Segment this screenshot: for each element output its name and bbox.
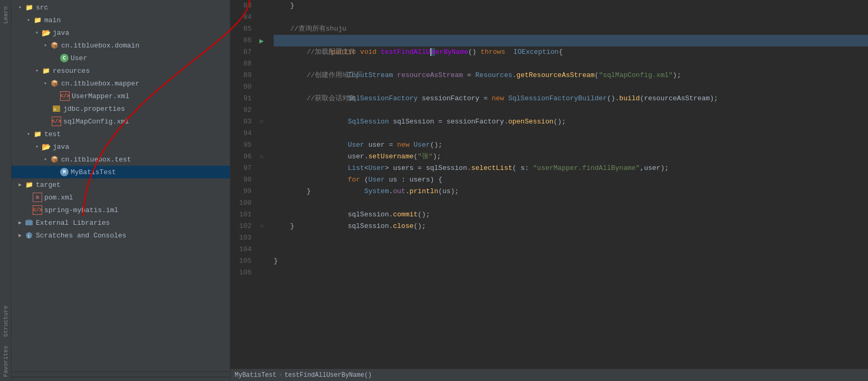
folder-icon-resources: 📁 xyxy=(41,66,51,75)
tree-item-src[interactable]: ▾ 📁 src xyxy=(12,1,230,14)
tree-item-iml[interactable]: </> spring-mybatis.iml xyxy=(12,204,230,216)
tree-item-resources[interactable]: ▾ 📁 resources xyxy=(12,64,230,77)
ln-83: 83 xyxy=(230,0,252,12)
mybatis-icon-mybatistest: M xyxy=(60,168,69,176)
svg-rect-2 xyxy=(25,221,33,225)
structure-label[interactable]: Structure xyxy=(2,301,10,341)
line-numbers: 83 84 85 86 87 88 89 90 91 92 93 94 95 9… xyxy=(230,0,257,368)
tree-item-mapper[interactable]: ▾ 📦 cn.itbluebox.mapper xyxy=(12,77,230,90)
properties-icon-jdbc: p xyxy=(52,104,61,113)
tree-item-domain[interactable]: ▾ 📦 cn.itbluebox.domain xyxy=(12,39,230,52)
label-java: java xyxy=(53,29,69,37)
tree-item-test-pkg[interactable]: ▾ 📦 cn.itbluebox.test xyxy=(12,153,230,166)
gutter: ▶ ○ ○ ○ xyxy=(257,0,272,368)
label-main: main xyxy=(44,16,61,24)
arrow-target: ▶ xyxy=(16,182,24,188)
tree-item-java[interactable]: ▾ 📂 java xyxy=(12,26,230,39)
ln-91: 91 xyxy=(230,93,252,104)
tree-item-main[interactable]: ▾ 📁 main xyxy=(12,14,230,26)
folder-icon-java: 📂 xyxy=(41,28,51,37)
xml-icon-sqlmapconfig: </> xyxy=(52,117,61,126)
ln-84: 84 xyxy=(230,12,252,23)
tree-item-target[interactable]: ▶ 📁 target xyxy=(12,178,230,191)
iml-icon: </> xyxy=(33,205,42,215)
file-tree: ▾ 📁 src ▾ 📁 main ▾ 📂 java ▾ 📦 cn.itblueb… xyxy=(12,0,230,372)
arrow-src: ▾ xyxy=(16,4,24,11)
folder-icon-src: 📁 xyxy=(24,3,34,12)
code-line-104 xyxy=(274,244,868,255)
label-iml: spring-mybatis.iml xyxy=(44,206,118,214)
sidebar-bottom xyxy=(12,372,230,377)
label-domain: cn.itbluebox.domain xyxy=(61,42,139,50)
tree-item-jdbc[interactable]: p jdbc.properties xyxy=(12,102,230,115)
tree-item-pom[interactable]: m pom.xml xyxy=(12,191,230,204)
label-scratches: Scratches and Consoles xyxy=(36,232,127,240)
arrow-main: ▾ xyxy=(24,17,33,23)
ln-85: 85 xyxy=(230,23,252,35)
ln-92: 92 xyxy=(230,104,252,116)
external-libs-icon xyxy=(24,218,34,227)
svg-text:i: i xyxy=(27,234,30,239)
code-line-85: //查询所有shuju xyxy=(274,23,868,35)
code-line-88: InputStream resourceAsStream = Resources… xyxy=(274,58,868,70)
code-line-105: } xyxy=(274,255,868,267)
folder-icon-test: 📁 xyxy=(33,129,42,139)
code-line-100: sqlSession.commit(); xyxy=(274,197,868,209)
arrow-java: ▾ xyxy=(33,30,41,36)
gutter-fold-93[interactable]: ○ xyxy=(257,116,266,128)
xml-icon-usermapper: </> xyxy=(60,91,70,101)
ln-88: 88 xyxy=(230,58,252,70)
scratches-icon: i xyxy=(24,231,34,240)
tree-item-scratches[interactable]: ▶ i Scratches and Consoles xyxy=(12,229,230,242)
gutter-97 xyxy=(257,163,266,174)
folder-icon-main: 📁 xyxy=(33,15,42,25)
gutter-fold-102[interactable]: ○ xyxy=(257,221,266,232)
pom-icon: m xyxy=(33,193,42,202)
package-icon-domain: 📦 xyxy=(50,41,59,50)
tree-item-java-test[interactable]: ▾ 📂 java xyxy=(12,140,230,153)
label-pom: pom.xml xyxy=(44,194,73,202)
tree-item-mybatistest[interactable]: M MyBatisTest xyxy=(12,166,230,178)
tree-item-sqlmapconfig[interactable]: </> sqlMapConfig.xml xyxy=(12,115,230,128)
gutter-83 xyxy=(257,0,266,12)
label-test: test xyxy=(44,130,61,138)
label-target: target xyxy=(36,181,61,189)
tree-item-test[interactable]: ▾ 📁 test xyxy=(12,128,230,140)
arrow-test-pkg: ▾ xyxy=(41,156,50,163)
gutter-98 xyxy=(257,174,266,186)
project-sidebar: ▾ 📁 src ▾ 📁 main ▾ 📂 java ▾ 📦 cn.itblueb… xyxy=(12,0,230,381)
package-icon-mapper: 📦 xyxy=(50,79,59,88)
ln-101: 101 xyxy=(230,209,252,221)
tree-item-user[interactable]: C User xyxy=(12,52,230,64)
ln-97: 97 xyxy=(230,163,252,174)
svg-rect-3 xyxy=(26,220,32,221)
learn-label[interactable]: Learn xyxy=(2,2,10,28)
gutter-fold-96[interactable]: ○ xyxy=(257,151,266,163)
code-lines[interactable]: } //查询所有shuju public void testFindAllUse… xyxy=(272,0,868,368)
arrow-java-test: ▾ xyxy=(33,144,41,150)
label-jdbc: jdbc.properties xyxy=(63,105,125,113)
tree-item-usermapper[interactable]: </> UserMapper.xml xyxy=(12,90,230,102)
arrow-test: ▾ xyxy=(24,131,33,137)
favorites-label[interactable]: Favorites xyxy=(2,341,10,381)
gutter-104 xyxy=(257,244,266,255)
svg-text:p: p xyxy=(54,107,56,111)
ln-106: 106 xyxy=(230,267,252,279)
breadcrumb-bar: MyBatisTest › testFindAllUserByName() xyxy=(230,368,868,381)
gutter-91 xyxy=(257,93,266,104)
label-src: src xyxy=(36,4,48,12)
gutter-87 xyxy=(257,46,266,58)
ln-102: 102 xyxy=(230,221,252,232)
ln-96: 96 xyxy=(230,151,252,163)
arrow-scratches: ▶ xyxy=(16,232,24,239)
arrow-mapper: ▾ xyxy=(41,80,50,87)
breadcrumb-sep: › xyxy=(278,372,282,379)
gutter-run-86[interactable]: ▶ xyxy=(257,35,266,46)
gutter-99 xyxy=(257,186,266,197)
ln-100: 100 xyxy=(230,197,252,209)
gutter-89 xyxy=(257,70,266,81)
gutter-105 xyxy=(257,255,266,267)
tree-item-external-libs[interactable]: ▶ External Libraries xyxy=(12,216,230,229)
sidebar-scrollbar[interactable] xyxy=(12,377,230,381)
ln-98: 98 xyxy=(230,174,252,186)
